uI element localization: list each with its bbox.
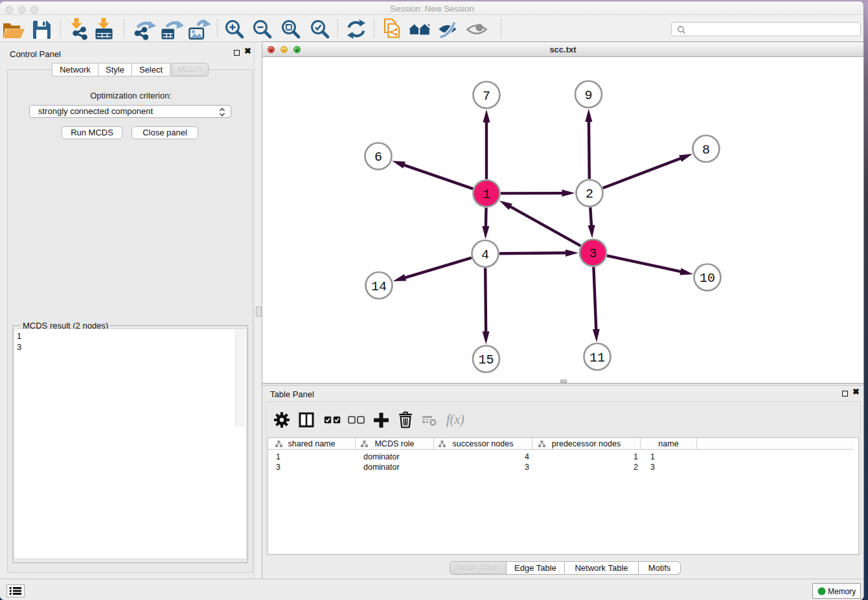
svg-text:14: 14: [371, 279, 387, 294]
svg-text:1: 1: [483, 187, 490, 202]
svg-text:3: 3: [589, 246, 597, 261]
svg-text:15: 15: [478, 352, 494, 367]
svg-text:7: 7: [483, 89, 490, 104]
svg-text:9: 9: [584, 88, 592, 103]
svg-text:4: 4: [481, 248, 489, 262]
svg-text:8: 8: [702, 143, 710, 157]
svg-text:10: 10: [700, 271, 715, 286]
svg-text:11: 11: [589, 351, 605, 365]
svg-text:6: 6: [374, 150, 382, 165]
svg-text:2: 2: [586, 187, 593, 202]
